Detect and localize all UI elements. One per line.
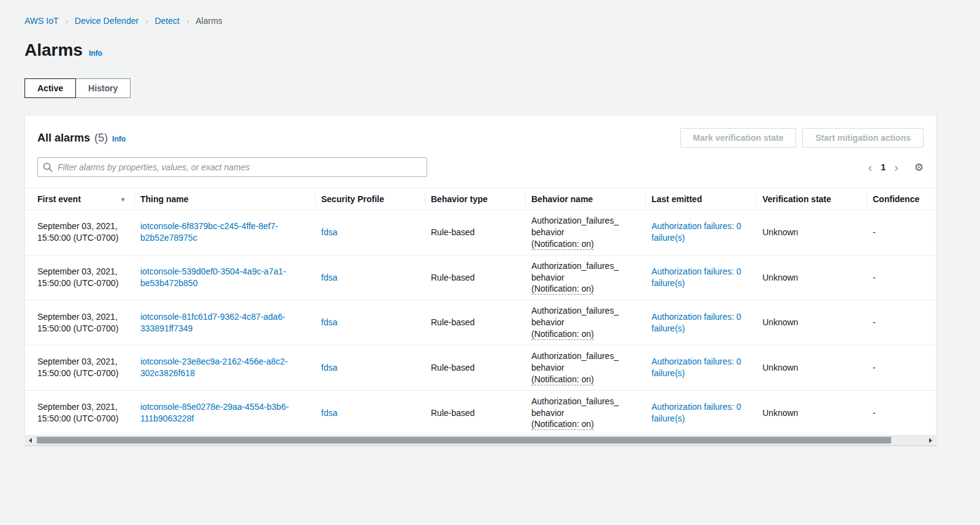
behavior-name-text: Authorization_failures_behavior (531, 305, 622, 328)
behavior-name-text: Authorization_failures_behavior (531, 350, 622, 374)
page-content: AWS IoT › Device Defender › Detect › Ala… (25, 0, 936, 445)
scroll-right-icon[interactable] (925, 436, 936, 445)
last-emitted-link[interactable]: Authorization failures: 0 failure(s) (651, 221, 741, 243)
first-event-cell: September 03, 2021, 15:50:00 (UTC-0700) (25, 390, 134, 436)
notification-status[interactable]: (Notification: on) (531, 284, 594, 295)
behavior-name-text: Authorization_failures_behavior (531, 215, 622, 238)
table-row: September 03, 2021, 15:50:00 (UTC-0700) … (25, 255, 936, 300)
behavior-name-text: Authorization_failures_behavior (531, 260, 622, 284)
search-icon (43, 162, 53, 172)
page-info-link[interactable]: Info (89, 49, 102, 58)
breadcrumb-link-device-defender[interactable]: Device Defender (75, 16, 139, 26)
right-arrow-icon (929, 438, 932, 443)
thing-name-link[interactable]: iotconsole-85e0278e-29aa-4554-b3b6-111b9… (140, 402, 289, 423)
column-header-label: First event (37, 194, 81, 204)
breadcrumb-link-detect[interactable]: Detect (154, 16, 179, 26)
alarms-panel: All alarms (5) Info Mark verification st… (25, 115, 936, 445)
first-event-cell: September 03, 2021, 15:50:00 (UTC-0700) (25, 300, 134, 346)
breadcrumb-separator-icon: › (186, 17, 189, 26)
verification-state-cell: Unknown (756, 346, 867, 391)
last-emitted-link[interactable]: Authorization failures: 0 failure(s) (651, 312, 741, 333)
confidence-cell: - (867, 390, 936, 436)
breadcrumb-link-aws-iot[interactable]: AWS IoT (25, 16, 59, 26)
column-header-confidence: Confidence (867, 189, 936, 210)
behavior-name-text: Authorization_failures_behavior (531, 396, 622, 419)
panel-info-link[interactable]: Info (112, 135, 126, 143)
panel-title: All alarms (5) Info (37, 132, 126, 145)
pagination-prev-icon[interactable]: ‹ (864, 161, 878, 173)
security-profile-link[interactable]: fdsa (321, 408, 337, 418)
breadcrumb-separator-icon: › (145, 17, 148, 26)
left-arrow-icon (29, 438, 32, 443)
first-event-cell: September 03, 2021, 15:50:00 (UTC-0700) (25, 210, 134, 255)
tab-history[interactable]: History (75, 78, 131, 98)
last-emitted-link[interactable]: Authorization failures: 0 failure(s) (651, 266, 741, 288)
sort-icon[interactable]: ▼ (120, 197, 126, 203)
gear-icon[interactable]: ⚙ (914, 162, 924, 173)
mark-verification-state-button[interactable]: Mark verification state (680, 128, 797, 148)
confidence-cell: - (867, 300, 936, 346)
last-emitted-link[interactable]: Authorization failures: 0 failure(s) (651, 402, 741, 423)
security-profile-link[interactable]: fdsa (321, 273, 337, 282)
tab-group: Active History (25, 78, 936, 98)
scrollbar-thumb[interactable] (37, 437, 891, 444)
breadcrumb-separator-icon: › (66, 17, 68, 26)
scrollbar-track[interactable] (36, 436, 925, 445)
start-mitigation-actions-button[interactable]: Start mitigation actions (802, 128, 924, 148)
horizontal-scrollbar[interactable] (25, 436, 936, 445)
column-header-last-emitted: Last emitted (645, 189, 756, 210)
verification-state-cell: Unknown (756, 300, 867, 346)
column-header-security-profile: Security Profile (315, 189, 425, 210)
breadcrumb-current: Alarms (196, 16, 222, 26)
column-header-behavior-name: Behavior name (525, 189, 645, 210)
column-header-verification-state: Verification state (756, 189, 867, 210)
behavior-type-cell: Rule-based (425, 390, 525, 436)
first-event-cell: September 03, 2021, 15:50:00 (UTC-0700) (25, 346, 134, 391)
pagination: ‹ 1 › ⚙ (864, 161, 924, 173)
behavior-type-cell: Rule-based (425, 300, 525, 346)
table-header-row: First event ▼ Thing name Security Profil… (25, 189, 936, 210)
table-row: September 03, 2021, 15:50:00 (UTC-0700) … (25, 210, 936, 255)
tab-active[interactable]: Active (25, 78, 76, 98)
behavior-type-cell: Rule-based (425, 346, 525, 391)
column-header-thing-name: Thing name (134, 189, 315, 210)
confidence-cell: - (867, 346, 936, 391)
behavior-type-cell: Rule-based (425, 210, 525, 255)
alarms-table: First event ▼ Thing name Security Profil… (25, 188, 936, 436)
thing-name-link[interactable]: iotconsole-6f8379bc-c245-4ffe-8ef7-b2b52… (140, 221, 278, 243)
confidence-cell: - (867, 255, 936, 300)
panel-actions: Mark verification state Start mitigation… (680, 128, 924, 148)
last-emitted-link[interactable]: Authorization failures: 0 failure(s) (651, 357, 741, 378)
pagination-next-icon[interactable]: › (889, 161, 903, 173)
notification-status[interactable]: (Notification: on) (531, 374, 594, 385)
verification-state-cell: Unknown (756, 390, 867, 436)
thing-name-link[interactable]: iotconsole-23e8ec9a-2162-456e-a8c2-302c3… (140, 357, 288, 378)
behavior-type-cell: Rule-based (425, 255, 525, 300)
table-row: September 03, 2021, 15:50:00 (UTC-0700) … (25, 346, 936, 391)
security-profile-link[interactable]: fdsa (321, 363, 337, 372)
filter-box (37, 157, 427, 177)
page-title: Alarms (25, 40, 83, 60)
table-row: September 03, 2021, 15:50:00 (UTC-0700) … (25, 390, 936, 436)
pagination-current-page[interactable]: 1 (877, 162, 889, 172)
thing-name-link[interactable]: iotconsole-81fc61d7-9362-4c87-ada6-33389… (140, 312, 286, 333)
notification-status[interactable]: (Notification: on) (531, 329, 594, 340)
table-row: September 03, 2021, 15:50:00 (UTC-0700) … (25, 300, 936, 346)
notification-status[interactable]: (Notification: on) (531, 239, 594, 250)
panel-title-text: All alarms (37, 132, 90, 145)
table-toolbar: ‹ 1 › ⚙ (25, 157, 936, 188)
notification-status[interactable]: (Notification: on) (531, 419, 594, 430)
column-header-behavior-type: Behavior type (425, 189, 525, 210)
search-input[interactable] (37, 157, 427, 177)
thing-name-link[interactable]: iotconsole-539d0ef0-3504-4a9c-a7a1-be53b… (140, 266, 286, 288)
security-profile-link[interactable]: fdsa (321, 227, 337, 237)
first-event-cell: September 03, 2021, 15:50:00 (UTC-0700) (25, 255, 134, 300)
column-header-first-event[interactable]: First event ▼ (25, 189, 134, 210)
confidence-cell: - (867, 210, 936, 255)
verification-state-cell: Unknown (756, 255, 867, 300)
security-profile-link[interactable]: fdsa (321, 317, 337, 327)
panel-count: (5) (94, 132, 108, 145)
verification-state-cell: Unknown (756, 210, 867, 255)
scroll-left-icon[interactable] (25, 436, 36, 445)
panel-header: All alarms (5) Info Mark verification st… (25, 116, 936, 157)
